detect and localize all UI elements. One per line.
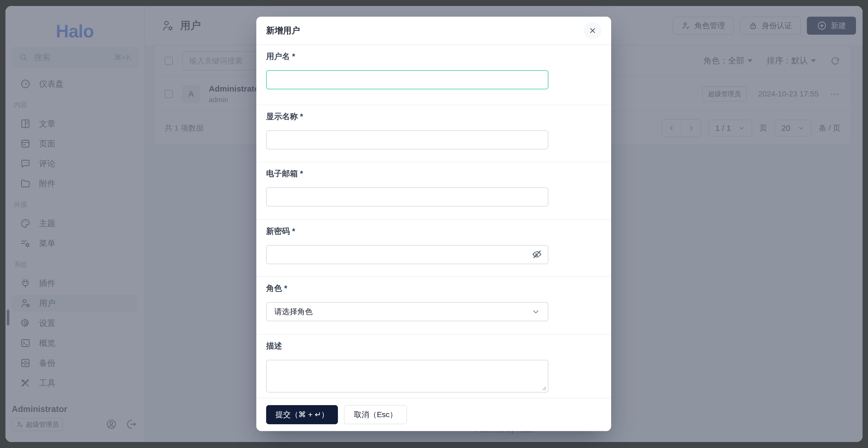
field-label: 角色 *	[266, 283, 601, 293]
chevron-down-icon	[531, 307, 540, 316]
role-select-placeholder: 请选择角色	[274, 306, 313, 317]
field-label: 描述	[266, 341, 601, 351]
field-label: 新密码 *	[266, 227, 601, 236]
field-description: 描述	[256, 335, 611, 398]
field-email: 电子邮箱 *	[256, 162, 611, 220]
field-label: 电子邮箱 *	[266, 169, 601, 178]
submit-button[interactable]: 提交（⌘ + ↵）	[266, 405, 338, 424]
modal-title: 新增用户	[266, 25, 300, 36]
new-user-modal: 新增用户 用户名 * 显示名称 * 电子邮箱 * 新密码 * 角色 * 请选择角…	[256, 17, 611, 431]
cancel-button[interactable]: 取消（Esc）	[344, 405, 407, 424]
field-role: 角色 * 请选择角色	[256, 277, 611, 335]
eye-off-icon[interactable]	[531, 249, 542, 260]
field-label: 用户名 *	[266, 52, 601, 61]
field-password: 新密码 *	[256, 220, 611, 277]
field-display-name: 显示名称 *	[256, 105, 611, 162]
resize-grip-icon[interactable]	[541, 385, 547, 391]
role-select[interactable]: 请选择角色	[266, 302, 548, 321]
close-icon[interactable]	[584, 22, 601, 39]
username-input[interactable]	[266, 70, 548, 89]
description-textarea[interactable]	[266, 360, 548, 392]
modal-header: 新增用户	[256, 17, 611, 45]
field-label: 显示名称 *	[266, 112, 601, 121]
field-username: 用户名 *	[256, 45, 611, 105]
email-input[interactable]	[266, 187, 548, 207]
password-input[interactable]	[266, 245, 548, 264]
modal-footer: 提交（⌘ + ↵） 取消（Esc）	[256, 398, 611, 431]
display-name-input[interactable]	[266, 130, 548, 149]
